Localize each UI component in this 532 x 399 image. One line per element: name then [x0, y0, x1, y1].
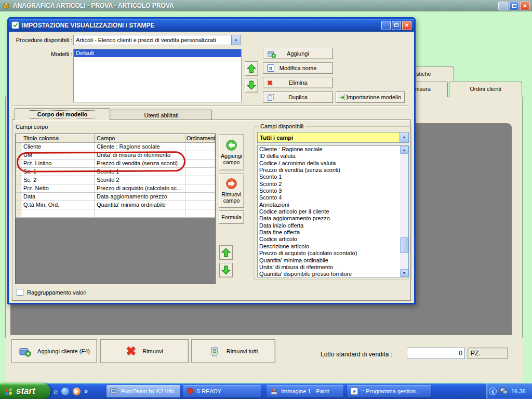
field-table-row[interactable] [16, 209, 215, 218]
add-field-button[interactable]: Aggiungi campo [219, 134, 244, 170]
dialog-minimize-button[interactable]: _ [381, 21, 391, 30]
add-client-button[interactable]: Aggiungi cliente (F4) [11, 339, 97, 363]
available-field-item[interactable]: Sconto 1 [258, 174, 400, 180]
cell-titolo-colonna[interactable]: Prz. Netto [21, 184, 95, 193]
available-field-item[interactable]: Unita' di misura di riferimento [258, 264, 400, 271]
remove-field-button[interactable]: Rimuovi campo [219, 174, 244, 208]
header-ordinamento[interactable]: Ordinamento [185, 134, 215, 143]
available-field-item[interactable]: ID della valuta [258, 153, 400, 159]
scroll-up-icon[interactable]: ▲ [400, 146, 408, 154]
header-campo[interactable]: Campo [95, 134, 185, 143]
cell-ordinamento[interactable] [185, 143, 215, 151]
available-field-item[interactable]: Prezzo di acquisto (calcolato scontato) [258, 250, 400, 257]
cell-campo[interactable]: Sconto 2 [95, 176, 185, 184]
available-field-item[interactable]: Quantita' disponibile presso fornitore [258, 271, 400, 277]
cell-ordinamento[interactable] [185, 159, 215, 168]
cell-titolo-colonna[interactable]: Data [21, 193, 95, 201]
row-selector[interactable] [16, 193, 21, 201]
dialog-close-button[interactable]: ✕ [402, 21, 411, 30]
header-titolo-colonna[interactable]: Titolo colonna [21, 134, 95, 143]
main-restore-button[interactable] [509, 2, 519, 10]
field-move-up-button[interactable] [219, 245, 233, 260]
media-player-icon[interactable] [73, 388, 81, 395]
task-euroteam[interactable]: EuroTeam by K2 Info... [107, 385, 180, 397]
formula-button[interactable]: Formula [219, 210, 244, 224]
available-field-item[interactable]: Sconto 4 [258, 194, 400, 201]
tab-utenti-abilitati[interactable]: Utenti abilitati [111, 110, 212, 120]
row-selector[interactable] [16, 176, 21, 184]
model-rename-button[interactable]: n Modifica nome [263, 62, 333, 74]
available-field-item[interactable]: Annotazioni [258, 202, 400, 208]
quick-launch-expand-icon[interactable]: » [84, 388, 88, 395]
task-ready[interactable]: 5 READY [183, 385, 261, 397]
cell-campo[interactable]: Data aggiornamento prezzo [95, 193, 185, 201]
model-delete-button[interactable]: ✖ Elimina [263, 77, 333, 88]
task-programma[interactable]: e :: Programma gestion... [347, 385, 431, 397]
background-tab-ordini-clienti[interactable]: Ordini clienti [449, 82, 522, 97]
field-table-row[interactable]: Q.tà Min. Ord.Quantita' minima ordinabil… [16, 201, 215, 209]
remove-all-button[interactable]: Rimuovi tutti [191, 339, 275, 363]
network-icon[interactable] [500, 388, 508, 395]
cell-campo[interactable]: Cliente : Ragione sociale [95, 143, 185, 151]
available-field-item[interactable]: Codice articolo per il cliente [258, 208, 400, 215]
cell-titolo-colonna[interactable]: Cliente [21, 143, 95, 151]
chevron-down-icon[interactable]: ▼ [231, 35, 240, 45]
available-field-item[interactable]: Data fine offerta [258, 229, 400, 236]
lot-standard-input[interactable]: 0 [407, 348, 465, 359]
available-field-item[interactable]: Descrizione articolo [258, 243, 400, 250]
cell-ordinamento[interactable] [185, 209, 215, 218]
field-move-down-button[interactable] [219, 263, 233, 277]
available-fields-list[interactable]: Cliente : Ragione socialeID della valuta… [257, 145, 409, 277]
cell-ordinamento[interactable] [185, 201, 215, 209]
background-tab-partial-1[interactable]: stiche [410, 66, 454, 82]
model-add-button[interactable]: Aggiungi [263, 48, 333, 59]
main-minimize-button[interactable] [498, 2, 508, 10]
field-table-row[interactable]: ClienteCliente : Ragione sociale [16, 143, 215, 151]
internet-explorer-icon[interactable]: e [54, 387, 58, 396]
task-paint[interactable]: Immagine 1 - Paint [267, 385, 343, 397]
available-field-item[interactable]: Prezzo di vendita (senza sconti) [258, 167, 400, 174]
available-field-item[interactable]: Codice articolo [258, 236, 400, 243]
chevron-down-icon[interactable]: ▼ [400, 132, 408, 142]
cell-campo[interactable] [95, 209, 185, 218]
dialog-maximize-button[interactable] [392, 21, 401, 30]
procedures-combobox[interactable]: Articoli - Elenco clienti e prezzi di ve… [73, 35, 241, 45]
cell-ordinamento[interactable] [185, 184, 215, 193]
available-field-item[interactable]: Cliente : Ragione sociale [258, 146, 400, 153]
available-field-item[interactable]: Quantita' minima ordinabile [258, 257, 400, 264]
scroll-down-icon[interactable]: ▼ [400, 269, 408, 277]
field-table-row[interactable]: Sc. 2Sconto 2 [16, 176, 215, 184]
row-selector[interactable] [16, 143, 21, 151]
model-duplicate-button[interactable]: Duplica [263, 91, 333, 103]
cell-titolo-colonna[interactable] [21, 209, 95, 218]
remove-client-button[interactable]: ✖ Rimuovi [100, 339, 189, 363]
vertical-scrollbar[interactable]: ▲ ▼ [400, 146, 408, 277]
cell-campo[interactable]: Quantita' minima ordinabile [95, 201, 185, 209]
row-selector[interactable] [16, 184, 21, 193]
start-button[interactable]: start [0, 383, 50, 399]
main-close-button[interactable]: ✕ [520, 2, 530, 10]
cell-ordinamento[interactable] [185, 193, 215, 201]
tab-corpo-del-modello[interactable]: Corpo del modello [15, 108, 110, 120]
cell-titolo-colonna[interactable]: Q.tà Min. Ord. [21, 201, 95, 209]
messenger-icon[interactable] [61, 388, 69, 395]
scrollbar-thumb[interactable] [400, 237, 408, 253]
cell-ordinamento[interactable] [185, 168, 215, 176]
row-selector[interactable] [16, 201, 21, 209]
available-field-item[interactable]: Data inizio offerta [258, 222, 400, 229]
model-move-down-button[interactable] [245, 78, 258, 92]
models-listbox[interactable]: Default [73, 49, 242, 102]
cell-campo[interactable]: Prezzo di acquisto (calcolato sc... [95, 184, 185, 193]
cell-ordinamento[interactable] [185, 176, 215, 184]
available-field-item[interactable]: Sconto 2 [258, 181, 400, 188]
field-table-row[interactable]: DataData aggiornamento prezzo [16, 193, 215, 201]
available-field-item[interactable]: Codice / acronimo della valuta [258, 160, 400, 167]
field-table-row[interactable]: Prz. NettoPrezzo di acquisto (calcolato … [16, 184, 215, 193]
available-field-item[interactable]: Data aggiornamento prezzo [258, 215, 400, 222]
model-import-button[interactable]: Importazione modello [336, 91, 405, 103]
tray-collapse-icon[interactable]: ❮ [489, 388, 497, 395]
model-item[interactable]: Default [74, 49, 241, 57]
available-field-item[interactable]: Sconto 3 [258, 188, 400, 194]
fields-filter-combobox[interactable]: Tutti i campi ▼ [257, 132, 409, 143]
grouping-checkbox[interactable] [17, 289, 23, 296]
